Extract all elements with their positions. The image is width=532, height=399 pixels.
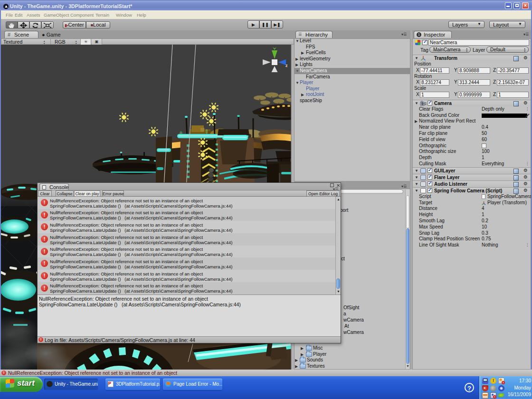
svg-text:z: z bbox=[285, 63, 288, 68]
